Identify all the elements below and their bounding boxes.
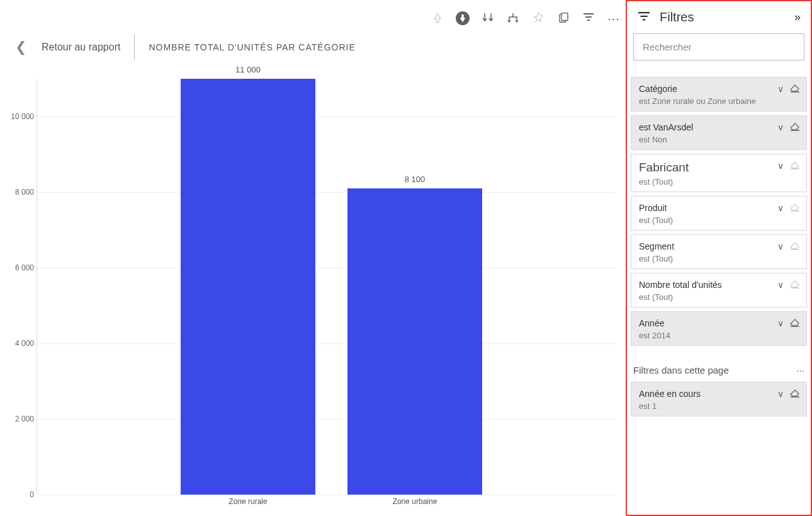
bar-chart: 02 0004 0006 0008 00010 000 11 000Zone r… <box>0 79 623 513</box>
chevron-down-icon[interactable]: ∨ <box>777 318 784 328</box>
main-report-area: ··· ❮ Retour au rapport NOMBRE TOTAL D'U… <box>0 0 626 516</box>
eraser-icon <box>790 280 800 289</box>
funnel-icon <box>637 12 651 23</box>
copy-button[interactable] <box>556 11 570 25</box>
next-level-button[interactable] <box>481 11 495 25</box>
drill-up-button[interactable] <box>431 11 444 25</box>
filter-card-est-vanarsdel[interactable]: est VanArsdelest Non∨ <box>631 115 807 150</box>
filter-value: est (Tout) <box>639 215 799 225</box>
filter-value: est (Tout) <box>639 292 799 302</box>
eraser-icon <box>790 241 800 250</box>
page-filters-label: Filtres dans cette page <box>633 365 729 376</box>
eraser-icon <box>790 161 800 169</box>
more-options-button[interactable]: ··· <box>607 11 621 25</box>
chevron-down-icon[interactable]: ∨ <box>777 161 784 171</box>
grid-line <box>37 268 616 268</box>
ellipsis-icon: ··· <box>607 15 620 21</box>
back-arrow-icon[interactable]: ❮ <box>15 39 26 55</box>
page-filters-header: Filtres dans cette page ··· <box>633 365 804 376</box>
chevron-down-icon[interactable]: ∨ <box>777 389 784 399</box>
filter-button[interactable] <box>582 11 595 25</box>
fork-down-icon <box>507 13 519 24</box>
chevron-down-icon[interactable]: ∨ <box>777 280 784 290</box>
double-arrow-down-icon <box>482 13 494 24</box>
filter-card-fabricant[interactable]: Fabricantest (Tout)∨ <box>631 154 807 192</box>
chevron-down-icon[interactable]: ∨ <box>777 203 784 213</box>
eraser-icon[interactable] <box>790 318 800 327</box>
svg-rect-1 <box>561 13 568 21</box>
eraser-icon[interactable] <box>790 84 800 93</box>
y-tick-label: 8 000 <box>15 188 34 197</box>
pin-icon <box>533 13 544 24</box>
copy-icon <box>558 13 569 24</box>
search-input[interactable]: Rechercher <box>633 33 804 60</box>
expand-level-button[interactable] <box>506 11 520 25</box>
back-to-report-link[interactable]: Retour au rapport <box>42 42 120 53</box>
filter-name: Segment <box>639 241 799 251</box>
plot-area: 11 000Zone rurale8 100Zone urbaine <box>37 79 616 495</box>
filters-title: Filtres <box>660 10 694 25</box>
bar-value-label: 11 000 <box>235 65 261 74</box>
filter-name: Produit <box>639 203 799 213</box>
filter-name: est VanArsdel <box>639 122 799 132</box>
category-label: Zone urbaine <box>393 497 437 506</box>
filter-value: est Zone rurale ou Zone urbaine <box>639 96 799 106</box>
y-tick-label: 4 000 <box>15 339 34 348</box>
filter-value: est (Tout) <box>639 177 799 186</box>
grid-line <box>37 343 616 344</box>
bar-zone-rurale[interactable]: 11 000 <box>181 79 315 495</box>
chevron-down-icon[interactable]: ∨ <box>777 122 784 132</box>
visual-toolbar: ··· <box>431 11 621 25</box>
filter-card-cat-gorie[interactable]: Catégorieest Zone rurale ou Zone urbaine… <box>631 77 807 112</box>
filter-name: Fabricant <box>639 161 799 175</box>
grid-line <box>37 419 616 420</box>
arrow-up-icon <box>432 13 443 23</box>
filters-panel-header: Filtres » <box>631 5 807 25</box>
chevron-down-icon[interactable]: ∨ <box>777 241 784 251</box>
filters-panel: Filtres » Rechercher Catégorieest Zone r… <box>626 0 812 516</box>
eraser-icon[interactable] <box>790 389 800 398</box>
y-axis: 02 0004 0006 0008 00010 000 <box>0 79 37 495</box>
grid-line <box>37 117 616 117</box>
filter-name: Catégorie <box>639 84 799 94</box>
eraser-icon <box>790 203 800 212</box>
page-filters-more-button[interactable]: ··· <box>796 365 804 376</box>
filter-card-ann-e-en-cours[interactable]: Année en coursest 1∨ <box>631 382 807 416</box>
pin-button[interactable] <box>531 11 545 25</box>
filter-value: est 2014 <box>639 331 799 340</box>
filter-name: Année en cours <box>639 389 799 399</box>
grid-line <box>37 192 616 193</box>
y-tick-label: 2 000 <box>15 415 34 423</box>
filter-value: est 1 <box>639 401 799 411</box>
breadcrumb-separator <box>134 35 135 60</box>
breadcrumb: ❮ Retour au rapport NOMBRE TOTAL D'UNITÉ… <box>15 35 356 60</box>
y-tick-label: 6 000 <box>15 263 34 272</box>
chevron-down-icon[interactable]: ∨ <box>777 84 784 94</box>
category-label: Zone rurale <box>228 497 267 506</box>
filter-name: Nombre total d'unités <box>639 280 799 290</box>
eraser-icon[interactable] <box>790 122 800 131</box>
filter-card-nombre-total-d-unit-s[interactable]: Nombre total d'unitésest (Tout)∨ <box>631 273 807 307</box>
grid-line <box>37 495 616 495</box>
visual-filters-list: Catégorieest Zone rurale ou Zone urbaine… <box>631 77 807 346</box>
bar-value-label: 8 100 <box>405 175 426 184</box>
drill-down-button[interactable] <box>456 11 470 25</box>
filter-card-segment[interactable]: Segmentest (Tout)∨ <box>631 234 807 269</box>
y-tick-label: 0 <box>30 490 34 499</box>
bar-zone-urbaine[interactable]: 8 100 <box>347 188 482 495</box>
funnel-icon <box>583 13 594 23</box>
y-tick-label: 10 000 <box>11 112 34 121</box>
filter-card-ann-e[interactable]: Annéeest 2014∨ <box>631 311 807 346</box>
collapse-panel-button[interactable]: » <box>794 11 801 24</box>
filter-card-produit[interactable]: Produitest (Tout)∨ <box>631 196 807 231</box>
arrow-down-icon <box>458 14 467 23</box>
filter-value: est Non <box>639 135 799 144</box>
filter-name: Année <box>639 318 799 328</box>
page-filters-list: Année en coursest 1∨ <box>631 382 807 416</box>
chart-title: NOMBRE TOTAL D'UNITÉS PAR CATÉGORIE <box>149 42 355 52</box>
filter-value: est (Tout) <box>639 254 799 263</box>
